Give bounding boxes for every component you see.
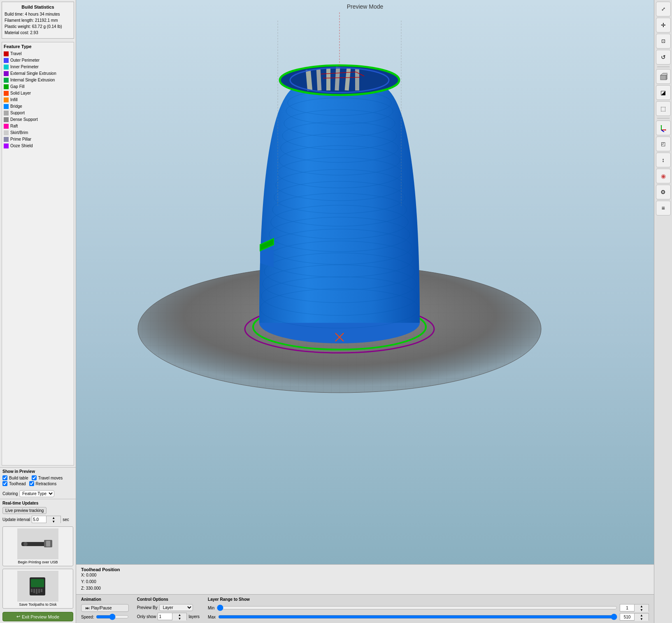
max-up[interactable]: ▲ bbox=[635, 614, 649, 617]
checkbox-toolhead[interactable]: Toolhead bbox=[2, 481, 26, 486]
legend-items: TravelOuter PerimeterInner PerimeterExte… bbox=[4, 51, 72, 149]
usb-icon bbox=[19, 532, 56, 556]
update-interval-up[interactable]: ▲ bbox=[47, 516, 60, 520]
viewport-3d[interactable]: Preview Mode bbox=[76, 0, 654, 564]
legend-item: Travel bbox=[4, 51, 72, 57]
toolhead-x: X: 0.000 bbox=[81, 572, 649, 579]
rotate-button[interactable]: ↺ bbox=[656, 50, 671, 65]
toolbar-divider-1 bbox=[657, 67, 670, 67]
usb-print-label: Begin Printing over USB bbox=[5, 560, 71, 564]
min-range-row: Min ▲ ▼ bbox=[208, 604, 649, 611]
toolhead-position-title: Toolhead Position bbox=[81, 567, 649, 572]
exit-arrow-icon: ↩ bbox=[16, 614, 20, 619]
legend-item-label: Travel bbox=[10, 51, 21, 57]
legend-title: Feature Type bbox=[4, 44, 72, 49]
legend-item-label: Bridge bbox=[10, 103, 22, 110]
only-show-up[interactable]: ▲ bbox=[172, 613, 186, 617]
shading-button[interactable]: ◪ bbox=[656, 85, 671, 100]
wireframe-button[interactable]: ⬚ bbox=[656, 101, 671, 116]
screenshot-button[interactable]: ⊡ bbox=[656, 34, 671, 49]
legend-color-swatch bbox=[4, 104, 9, 109]
axis-indicator-icon: ↕ bbox=[662, 157, 665, 163]
update-interval-input[interactable] bbox=[32, 516, 46, 523]
layers-button[interactable]: ≡ bbox=[656, 201, 671, 215]
checkbox-toolhead-input[interactable] bbox=[2, 481, 7, 486]
only-show-input[interactable] bbox=[158, 613, 172, 620]
max-down[interactable]: ▼ bbox=[635, 617, 649, 621]
legend-color-swatch bbox=[4, 78, 9, 83]
legend-item-label: Raft bbox=[10, 123, 18, 130]
legend-color-swatch bbox=[4, 51, 9, 56]
material-button[interactable]: ◉ bbox=[656, 169, 671, 183]
perspective-cube-button[interactable] bbox=[656, 69, 671, 84]
legend-color-swatch bbox=[4, 111, 9, 116]
legend-color-swatch bbox=[4, 117, 9, 122]
svg-rect-29 bbox=[660, 75, 666, 80]
save-disk-card[interactable]: Save Toolpaths to Disk bbox=[2, 569, 73, 609]
axis-button[interactable] bbox=[656, 120, 671, 135]
axis-indicator-button[interactable]: ↕ bbox=[656, 153, 671, 167]
svg-rect-5 bbox=[31, 579, 44, 587]
checkbox-retractions[interactable]: Retractions bbox=[29, 481, 57, 486]
legend-item: Skirt/Brim bbox=[4, 130, 72, 136]
min-up[interactable]: ▲ bbox=[635, 604, 649, 608]
min-label: Min bbox=[208, 606, 214, 610]
play-icon: ⏭ bbox=[86, 606, 90, 610]
live-tracking-button[interactable]: Live preview tracking bbox=[2, 507, 47, 514]
play-pause-button[interactable]: ⏭ Play/Pause bbox=[81, 604, 129, 612]
cylinder-main-body bbox=[259, 72, 420, 323]
pan-button[interactable]: ✛ bbox=[656, 18, 671, 32]
exit-button-label: Exit Preview Mode bbox=[22, 614, 59, 619]
speed-label: Speed: bbox=[81, 615, 94, 619]
min-value-input[interactable] bbox=[620, 604, 634, 611]
max-range-slider[interactable] bbox=[218, 614, 617, 620]
update-interval-down[interactable]: ▼ bbox=[47, 520, 60, 523]
svg-rect-8 bbox=[36, 589, 37, 594]
min-range-slider[interactable] bbox=[217, 604, 617, 611]
legend-item-label: External Single Extrusion bbox=[10, 70, 56, 77]
svg-rect-10 bbox=[41, 589, 42, 592]
legend-color-swatch bbox=[4, 91, 9, 96]
preview-by-select[interactable]: Layer Percentage Time bbox=[159, 604, 193, 611]
checkbox-build-table-input[interactable] bbox=[2, 475, 7, 480]
coloring-select[interactable]: Feature Type Speed Temperature Width bbox=[19, 490, 54, 497]
legend-item-label: Solid Layer bbox=[10, 90, 31, 97]
only-show-row: Only show ▲ ▼ layers bbox=[137, 613, 200, 620]
checkbox-travel-moves-input[interactable] bbox=[32, 475, 37, 480]
save-disk-label: Save Toolpaths to Disk bbox=[5, 602, 71, 607]
checkbox-travel-moves[interactable]: Travel moves bbox=[32, 475, 63, 480]
left-panel: Build Statistics Build time: 4 hours 34 … bbox=[0, 0, 76, 623]
toolhead-y: Y: 0.000 bbox=[81, 579, 649, 585]
min-down[interactable]: ▼ bbox=[635, 608, 649, 612]
only-show-input-group: ▲ ▼ bbox=[158, 613, 187, 620]
3dview-button[interactable]: ◰ bbox=[656, 137, 671, 151]
legend-color-swatch bbox=[4, 65, 9, 69]
exit-preview-button[interactable]: ↩ Exit Preview Mode bbox=[2, 612, 73, 621]
animation-title: Animation bbox=[81, 597, 129, 602]
wireframe-icon: ⬚ bbox=[660, 105, 666, 112]
checkbox-retractions-input[interactable] bbox=[29, 481, 34, 486]
legend-item-label: Skirt/Brim bbox=[10, 130, 28, 136]
min-value-group: ▲ ▼ bbox=[620, 604, 649, 611]
checkbox-build-table[interactable]: Build table bbox=[2, 475, 28, 480]
build-stats-title: Build Statistics bbox=[5, 5, 71, 9]
svg-rect-7 bbox=[33, 589, 35, 593]
legend-item-label: Ooze Shield bbox=[10, 143, 33, 149]
legend-item: Inner Perimeter bbox=[4, 64, 72, 70]
material-cost: Material cost: 2.93 bbox=[5, 30, 71, 36]
svg-rect-6 bbox=[31, 589, 33, 592]
sec-label: sec bbox=[63, 517, 69, 522]
speed-slider[interactable] bbox=[96, 614, 129, 620]
settings-button[interactable]: ⚙ bbox=[656, 185, 671, 199]
svg-marker-34 bbox=[660, 125, 662, 126]
legend-item-label: Support bbox=[10, 110, 25, 116]
realtime-section: Real-time Updates Live preview tracking … bbox=[0, 499, 76, 525]
preview-by-row: Preview By Layer Percentage Time bbox=[137, 604, 200, 611]
fullscreen-button[interactable]: ⤢ bbox=[656, 2, 671, 16]
max-value-input[interactable] bbox=[620, 613, 634, 621]
legend-color-swatch bbox=[4, 124, 9, 129]
max-value-group: ▲ ▼ bbox=[620, 613, 649, 621]
only-show-down[interactable]: ▼ bbox=[172, 617, 186, 621]
usb-print-card[interactable]: Begin Printing over USB bbox=[2, 526, 73, 566]
play-pause-label: Play/Pause bbox=[91, 606, 112, 610]
